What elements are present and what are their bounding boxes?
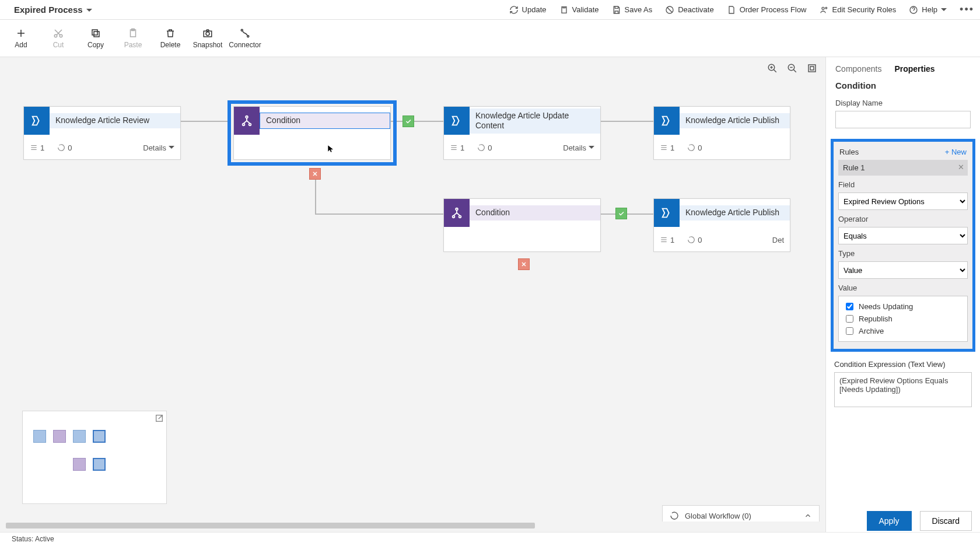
apply-button[interactable]: Apply — [867, 511, 912, 531]
svg-point-18 — [246, 116, 248, 118]
cut-button[interactable]: Cut — [40, 28, 77, 49]
paste-button[interactable]: Paste — [114, 28, 152, 49]
process-title[interactable]: Expired Process — [14, 5, 92, 15]
chevron-down-icon — [941, 8, 947, 14]
rule-1-header[interactable]: Rule 1 ✕ — [838, 160, 968, 176]
loops-count: 0 — [477, 144, 492, 152]
minimap-node — [33, 430, 46, 443]
add-button[interactable]: Add — [2, 28, 40, 49]
ribbon: Add Cut Copy Paste Delete Snapshot Conne… — [0, 20, 980, 57]
save-as-button[interactable]: Save As — [612, 5, 653, 15]
steps-count: 1 — [450, 144, 464, 152]
delete-button[interactable]: Delete — [152, 28, 189, 49]
canvas-scrollbar[interactable] — [6, 522, 820, 530]
deactivate-icon — [665, 5, 674, 15]
svg-rect-8 — [92, 30, 97, 35]
true-chip — [402, 116, 414, 127]
stage-icon — [24, 107, 50, 135]
tab-components[interactable]: Components — [835, 64, 881, 74]
tab-properties[interactable]: Properties — [894, 64, 935, 74]
help-icon — [909, 5, 918, 15]
new-rule-button[interactable]: + New — [945, 148, 967, 156]
edit-roles-button[interactable]: Edit Security Roles — [820, 5, 897, 15]
order-process-button[interactable]: Order Process Flow — [727, 5, 807, 15]
chevron-up-icon — [804, 512, 812, 520]
operator-label: Operator — [838, 215, 968, 223]
fit-button[interactable] — [806, 62, 818, 75]
operator-select[interactable]: Equals — [838, 227, 968, 244]
svg-point-2 — [822, 7, 824, 9]
loops-count: 0 — [687, 144, 702, 152]
deactivate-button[interactable]: Deactivate — [665, 5, 713, 15]
svg-point-20 — [249, 124, 251, 126]
details-toggle[interactable]: Details — [143, 144, 174, 152]
popout-icon[interactable] — [155, 414, 164, 423]
paste-icon — [128, 28, 138, 38]
remove-rule-button[interactable]: ✕ — [958, 163, 964, 172]
steps-count: 1 — [30, 144, 44, 152]
svg-point-21 — [456, 208, 458, 211]
details-toggle[interactable]: Det — [772, 236, 784, 244]
condition-node-2[interactable]: Condition — [443, 198, 601, 252]
field-select[interactable]: Expired Review Options — [838, 192, 968, 210]
svg-rect-17 — [808, 65, 816, 72]
display-name-input[interactable] — [835, 111, 971, 128]
connector-line — [181, 121, 228, 122]
more-button[interactable]: ••• — [960, 4, 974, 16]
condition-icon — [234, 107, 260, 135]
snapshot-button[interactable]: Snapshot — [189, 28, 226, 49]
true-chip — [615, 208, 627, 219]
svg-rect-7 — [94, 32, 99, 37]
validate-button[interactable]: Validate — [559, 5, 599, 15]
type-select[interactable]: Value — [838, 261, 968, 279]
save-icon — [612, 5, 621, 15]
connector-line — [601, 214, 659, 215]
expression-label: Condition Expression (Text View) — [834, 360, 972, 369]
stage-icon — [444, 107, 470, 135]
zoom-in-icon — [767, 63, 778, 74]
type-label: Type — [838, 249, 968, 258]
svg-point-3 — [825, 7, 827, 9]
connector-line — [315, 214, 443, 215]
minimap-node — [73, 458, 86, 471]
cut-icon — [53, 28, 64, 38]
details-toggle[interactable]: Details — [563, 144, 594, 152]
document-icon — [727, 5, 736, 15]
copy-button[interactable]: Copy — [77, 28, 114, 49]
connector-button[interactable]: Connector — [226, 28, 264, 49]
field-label: Field — [838, 180, 968, 189]
condition-node-1[interactable]: Condition — [233, 106, 391, 160]
connector-line — [601, 121, 659, 122]
copy-icon — [90, 28, 101, 38]
clipboard-icon — [559, 5, 569, 15]
zoom-out-button[interactable] — [786, 62, 799, 75]
discard-button[interactable]: Discard — [920, 511, 972, 531]
zoom-out-icon — [787, 63, 797, 74]
value-option-archive[interactable]: Archive — [844, 326, 963, 337]
roles-icon — [820, 5, 829, 15]
value-option-needs-updating[interactable]: Needs Updating — [844, 301, 963, 312]
update-button[interactable]: Update — [509, 5, 547, 15]
refresh-icon — [509, 5, 519, 15]
stage-update-content[interactable]: Knowledge Article Update Content 1 0 Det… — [443, 106, 601, 160]
chevron-down-icon — [169, 146, 174, 152]
stage-publish-2[interactable]: Knowledge Article Publish 1 0 Det — [653, 198, 790, 252]
stage-knowledge-article-review[interactable]: Knowledge Article Review 1 0 Details — [23, 106, 181, 160]
svg-point-12 — [206, 32, 209, 35]
status-bar: Status: Active — [0, 532, 980, 546]
scrollbar-thumb[interactable] — [6, 523, 535, 528]
condition-icon — [444, 199, 470, 227]
canvas[interactable]: Knowledge Article Review 1 0 Details Con… — [0, 57, 825, 532]
zoom-in-button[interactable] — [766, 62, 779, 75]
help-button[interactable]: Help — [909, 5, 947, 15]
stage-icon — [654, 107, 680, 135]
minimap-node — [93, 430, 106, 443]
steps-count: 1 — [660, 144, 674, 152]
svg-point-23 — [459, 216, 461, 218]
cursor-icon — [327, 144, 335, 154]
false-chip — [309, 168, 321, 180]
value-option-republish[interactable]: Republish — [844, 313, 963, 324]
minimap[interactable] — [22, 411, 167, 504]
stage-publish-1[interactable]: Knowledge Article Publish 1 0 — [653, 106, 790, 160]
svg-point-22 — [453, 216, 455, 218]
